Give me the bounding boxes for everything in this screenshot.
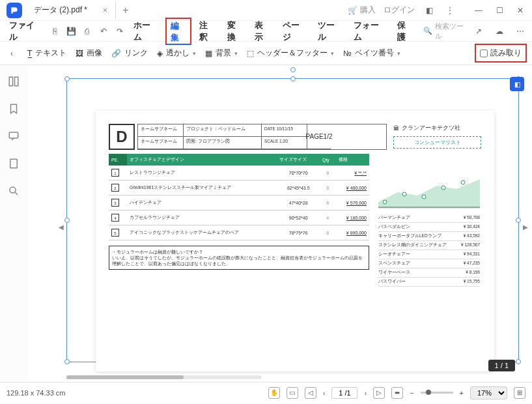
svg-rect-0 [9, 77, 12, 86]
menu-form[interactable]: フォーム [350, 17, 389, 46]
note-box: ・モジュラーホームは融資が難しいですか？ いいえ。以前はそうでしたが、モジュラー… [109, 246, 369, 270]
menu-tool[interactable]: ツール [314, 17, 346, 46]
page-input[interactable] [331, 387, 357, 399]
svg-rect-2 [9, 132, 18, 138]
minimize-button[interactable]: — [469, 1, 488, 20]
bookmark-icon[interactable] [8, 103, 20, 115]
list-item: ステンレス鋼のダイニングチェア¥ 128,507 [378, 241, 480, 250]
table-row: 5アイコニックなブラックストッケアームチェアのペア78*75*768¥ 890,… [109, 225, 369, 240]
svg-point-5 [383, 200, 387, 204]
handle-br[interactable] [516, 359, 521, 364]
table-row: 2Ghidini1961ステンレススチール製マイアミチェア82*45*43.58… [109, 180, 369, 195]
attachment-icon[interactable] [8, 158, 20, 169]
handle-bl[interactable] [64, 359, 70, 364]
comment-icon[interactable] [8, 130, 20, 142]
table-row: 3ハイデンチェア47*40*288¥ 570,000 [109, 195, 369, 210]
link-tool[interactable]: 🔗リンク [111, 48, 148, 59]
svg-point-7 [422, 195, 426, 199]
header-footer-tool[interactable]: ⬚ヘッダー＆フッター▾ [247, 48, 334, 59]
list-item: シーオチェアー¥ 94,331 [378, 250, 480, 259]
zoom-slider[interactable] [421, 392, 453, 394]
prev-page-icon[interactable]: ◁ [305, 387, 316, 399]
add-tab-button[interactable]: + [116, 5, 135, 16]
fit-width-icon[interactable]: ⬌ [391, 387, 403, 399]
menu-convert[interactable]: 変換 [223, 17, 247, 46]
list-item: スペンスチェア¥ 47,235 [378, 259, 480, 268]
list-item: バーマンチェア¥ 50,708 [378, 214, 480, 223]
thumbnail-icon[interactable] [8, 76, 20, 87]
watermark-tool[interactable]: ◈透かし▾ [157, 48, 196, 59]
image-tool[interactable]: 🖼画像 [76, 48, 102, 59]
handle-tl[interactable] [64, 76, 70, 81]
handle-ml[interactable] [64, 218, 70, 223]
zoom-out-icon[interactable]: − [410, 389, 413, 397]
redo-icon[interactable]: ↷ [113, 25, 126, 38]
purchase-link[interactable]: 🛒購入 [348, 5, 376, 16]
close-window-button[interactable]: ✕ [511, 1, 529, 20]
table-row: 1レストラウンジチェア70*70*708¥ **.** [109, 166, 369, 180]
select-tool-icon[interactable]: ▭ [287, 387, 298, 399]
page-badge-icon[interactable]: ◧ [510, 77, 524, 91]
mini-chart [378, 169, 480, 209]
product-table: PE. オフィスチェアとデザイン サイズサイズ Qty 価格 1レストラウンジチ… [109, 154, 369, 240]
svg-point-9 [461, 180, 465, 184]
menu-view[interactable]: 表示 [251, 17, 274, 46]
zoom-select[interactable]: 17% [470, 386, 507, 399]
menu-home[interactable]: ホーム [130, 17, 161, 46]
readonly-checkbox[interactable] [480, 50, 488, 57]
handle-rotate[interactable] [290, 67, 296, 72]
menu-protect[interactable]: 保護 [393, 17, 417, 46]
table-row: 4カプセルラウンジチェア90*52*404¥ 180,000 [109, 210, 369, 225]
company-block: 🏛クランアーキテクツ社 コンシューマリスト [393, 124, 481, 150]
bates-tool[interactable]: №ベイツ番号▾ [343, 48, 400, 59]
document-page: D ネームサブネーム プロジェクト：ベッドルーム DATE 10/11/15 P… [96, 111, 494, 371]
readonly-toggle[interactable]: 読み取り [475, 44, 527, 63]
view-mode-icon[interactable]: ⊞ [514, 387, 525, 399]
hand-tool-icon[interactable]: ✋ [268, 387, 280, 399]
help-icon[interactable]: ⋯ [514, 25, 527, 38]
page-indicator[interactable]: 1 / 1 [488, 360, 515, 371]
search-tool[interactable]: 🔍検索ツール [423, 22, 468, 41]
background-tool[interactable]: ▦背景▾ [205, 48, 238, 59]
next-page-icon[interactable]: ▷ [373, 387, 385, 399]
menu-comment[interactable]: 注釈 [195, 17, 219, 46]
menu-page[interactable]: ページ [279, 17, 311, 46]
list-item: キャリーポータブルLEDランプ¥ 43,592 [378, 232, 480, 241]
save-icon[interactable]: 💾 [65, 25, 77, 38]
nav-left-icon[interactable]: ◀ [59, 224, 64, 231]
svg-point-8 [441, 186, 445, 190]
svg-point-4 [10, 187, 16, 193]
handle-mr[interactable] [516, 218, 521, 223]
notification-icon[interactable]: ◧ [423, 4, 436, 17]
nav-right-icon[interactable]: ▶ [523, 224, 528, 231]
search-sidebar-icon[interactable] [8, 185, 20, 197]
dimensions-readout: 129.18 x 74.33 cm [7, 389, 66, 397]
chevron-left-icon[interactable]: ‹ [5, 47, 18, 60]
maximize-button[interactable]: ☐ [490, 1, 509, 20]
cloud-icon[interactable]: ☁ [493, 25, 506, 38]
app-icon[interactable] [7, 3, 22, 18]
open-icon[interactable]: ⎘ [49, 25, 61, 38]
close-tab-icon[interactable]: × [103, 6, 107, 15]
text-tool[interactable]: T̲テキスト [27, 48, 66, 59]
undo-icon[interactable]: ↶ [97, 25, 109, 38]
page-chevron-left[interactable]: ‹ [323, 389, 326, 397]
zoom-in-icon[interactable]: + [460, 389, 464, 397]
doc-logo: D [109, 124, 135, 150]
file-menu[interactable]: ファイル [5, 17, 45, 46]
side-list: バーマンチェア¥ 50,708バスペダルビン¥ 30,424キャリーポータブルL… [378, 214, 480, 287]
canvas[interactable]: ◀ ▶ ◧ D ネームサブネーム プロジェクト：ベッドルーム DATE 10/1… [27, 65, 532, 382]
print-icon[interactable]: ⎙ [81, 25, 94, 38]
login-link[interactable]: ログイン [384, 5, 415, 16]
share-icon[interactable]: ↗ [472, 25, 485, 38]
svg-rect-1 [15, 77, 18, 86]
menu-edit[interactable]: 編集 [165, 18, 191, 45]
more-icon[interactable]: ⋮ [443, 4, 456, 17]
header-grid: ネームサブネーム プロジェクト：ベッドルーム DATE 10/11/15 PAG… [137, 124, 387, 150]
list-item: バスワイパー¥ 15,755 [378, 278, 480, 287]
list-item: バスペダルビン¥ 30,424 [378, 223, 480, 232]
handle-mt[interactable] [290, 76, 296, 81]
page-chevron-right[interactable]: › [364, 389, 367, 397]
horizontal-scrollbar[interactable] [66, 375, 262, 379]
sidebar [0, 65, 27, 382]
